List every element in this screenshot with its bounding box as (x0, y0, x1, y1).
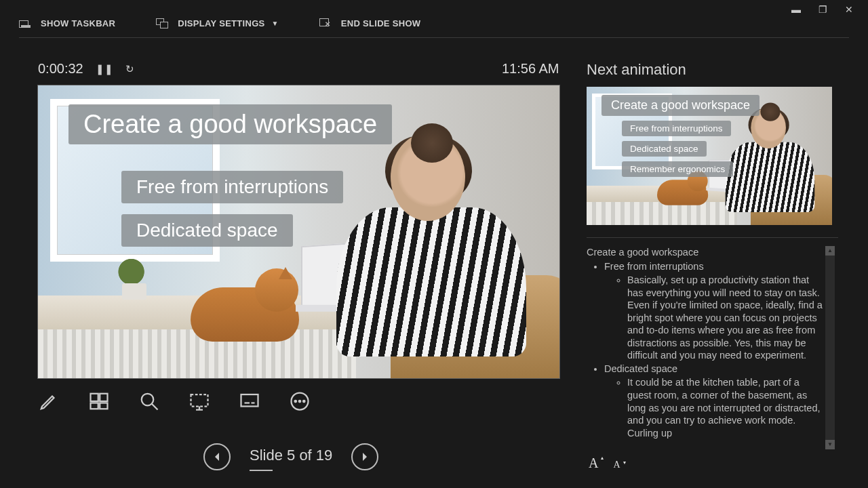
end-slideshow-button[interactable]: END SLIDE SHOW (319, 18, 421, 29)
pause-timer-button[interactable]: ❚❚ (96, 63, 113, 75)
scroll-down-button[interactable]: ▼ (825, 440, 835, 449)
presenter-topbar: SHOW TASKBAR DISPLAY SETTINGS ▼ END SLID… (19, 9, 849, 38)
pen-tool-button[interactable] (37, 390, 60, 413)
notes-item-label: Free from interruptions (604, 261, 704, 272)
notes-item-label: Dedicated space (604, 363, 677, 374)
taskbar-icon (19, 18, 31, 29)
svg-point-12 (299, 401, 301, 403)
end-slideshow-label: END SLIDE SHOW (341, 18, 421, 28)
svg-rect-6 (191, 394, 208, 407)
slide-bullet: Dedicated space (622, 141, 707, 157)
zoom-button[interactable] (138, 390, 161, 413)
separator (587, 237, 838, 238)
notes-item: Free from interruptions Basically, set u… (604, 260, 825, 362)
svg-point-13 (303, 401, 305, 403)
slide-counter: Slide 5 of 19 (250, 447, 332, 467)
current-slide-preview[interactable]: Create a good workspace Free from interr… (37, 85, 560, 379)
display-settings-label: DISPLAY SETTINGS (178, 18, 264, 28)
svg-rect-7 (241, 394, 258, 407)
display-settings-icon (156, 18, 168, 29)
next-animation-label: Next animation (587, 61, 841, 79)
decrease-font-button[interactable]: A (613, 460, 620, 470)
scroll-up-button[interactable]: ▲ (825, 246, 835, 256)
next-slide-button[interactable] (351, 443, 378, 470)
svg-rect-3 (100, 403, 107, 409)
notes-subitem: It could be at the kitchen table, part o… (627, 376, 825, 439)
slide-bullet: Remember ergonomics (622, 161, 733, 177)
svg-rect-1 (100, 394, 107, 401)
notes-scrollbar[interactable]: ▲ ▼ (825, 246, 835, 449)
notes-item: Dedicated space It could be at the kitch… (604, 363, 825, 439)
notes-heading: Create a good workspace (587, 246, 825, 259)
increase-font-button[interactable]: A (589, 455, 598, 471)
show-taskbar-label: SHOW TASKBAR (41, 18, 115, 28)
reset-timer-button[interactable]: ↻ (125, 63, 134, 75)
speaker-notes: Create a good workspace Free from interr… (587, 246, 835, 449)
slide-bullet: Free from interruptions (622, 121, 731, 136)
see-all-slides-button[interactable] (87, 390, 111, 413)
more-options-button[interactable] (288, 390, 311, 413)
end-slideshow-icon (319, 18, 332, 29)
next-slide-preview[interactable]: Create a good workspace Free from interr… (587, 87, 832, 225)
previous-slide-button[interactable] (203, 443, 231, 470)
slide-title: Create a good workspace (68, 104, 392, 144)
svg-point-11 (295, 401, 297, 403)
presenter-tools (37, 390, 311, 413)
slide-bullet: Free from interruptions (121, 171, 343, 203)
show-taskbar-button[interactable]: SHOW TASKBAR (19, 18, 115, 29)
black-screen-button[interactable] (188, 390, 211, 413)
slide-title: Create a good workspace (601, 95, 760, 116)
slide-bullet: Dedicated space (121, 214, 293, 247)
svg-point-4 (142, 394, 154, 406)
display-settings-button[interactable]: DISPLAY SETTINGS ▼ (156, 18, 279, 29)
current-time: 11:56 AM (502, 61, 559, 77)
svg-rect-2 (91, 403, 98, 409)
svg-line-5 (152, 404, 158, 410)
notes-subitem: Basically, set up a productivity station… (627, 274, 825, 362)
chevron-down-icon: ▼ (272, 20, 279, 27)
slide-navigation: Slide 5 of 19 (203, 443, 378, 470)
elapsed-timer: 0:00:32 (38, 61, 83, 77)
svg-rect-0 (91, 394, 98, 401)
subtitles-button[interactable] (238, 390, 261, 413)
